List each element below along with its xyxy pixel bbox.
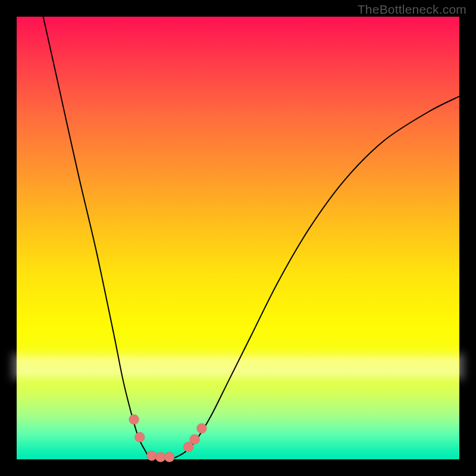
curve-markers <box>129 415 207 462</box>
curve-marker <box>164 452 174 462</box>
curve-marker <box>134 432 145 442</box>
curve-marker <box>155 452 165 462</box>
bottleneck-curve <box>43 17 459 459</box>
curve-marker <box>190 434 200 444</box>
curve-marker <box>146 451 156 461</box>
chart-stage: TheBottleneck.com <box>0 0 476 476</box>
curve-marker <box>197 423 207 433</box>
watermark-text: TheBottleneck.com <box>358 2 466 17</box>
curve-layer <box>17 17 459 459</box>
curve-marker <box>129 415 139 425</box>
plot-area <box>17 17 459 459</box>
